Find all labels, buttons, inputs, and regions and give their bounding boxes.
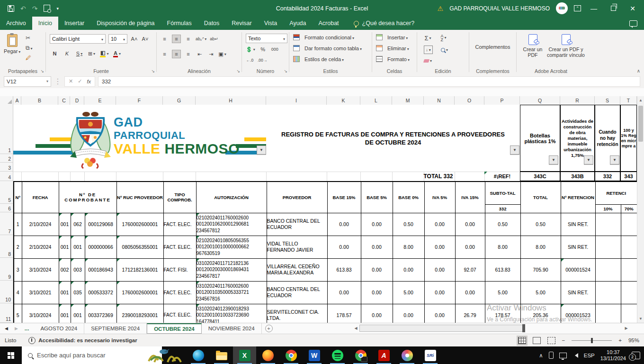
column-header-F[interactable]: F xyxy=(116,96,163,105)
insert-function-icon[interactable]: fx xyxy=(87,79,91,84)
font-dialog-launcher[interactable]: ↘ xyxy=(151,69,155,73)
align-bottom-icon[interactable]: ≡ xyxy=(184,35,192,43)
total-cell[interactable]: TOTAL 332 xyxy=(392,172,484,181)
cell-prov[interactable]: VILLARREAL CEDEÑO MARIA ALEXANDRA xyxy=(267,258,327,281)
row-header-11[interactable]: 11 xyxy=(0,303,13,323)
cell-tipo[interactable]: FACT. FISI. xyxy=(163,258,196,281)
taskbar-spotify[interactable] xyxy=(326,346,349,364)
print-preview-icon[interactable] xyxy=(44,5,50,12)
col-header-retencion[interactable]: Nº RETENCION xyxy=(561,182,595,213)
tell-me-search[interactable]: ¿Qué desea hacer? xyxy=(354,17,415,30)
find-select-icon[interactable] xyxy=(440,46,448,54)
language-indicator[interactable]: ESP xyxy=(584,353,595,358)
logo-cell[interactable]: GAD PARROQUIAL VALLE HERMOSO ▼ xyxy=(13,105,266,172)
page-break-view-icon[interactable] xyxy=(547,337,555,344)
cell-total[interactable]: 5.00 xyxy=(520,281,561,304)
row-header-10[interactable]: 10 xyxy=(0,281,13,303)
addins-button[interactable]: Complementos xyxy=(469,38,516,50)
align-top-icon[interactable]: ≡ xyxy=(161,35,169,43)
cancel-icon[interactable]: ✕ xyxy=(69,78,73,84)
font-color-icon[interactable]: A xyxy=(113,50,121,57)
cell-t[interactable] xyxy=(621,304,637,323)
cell-base0[interactable]: 8.00 xyxy=(393,236,424,258)
cell-subtotal[interactable]: 5.00 xyxy=(485,281,520,304)
cell-n[interactable]: 1 xyxy=(14,213,22,236)
tab-acrobat[interactable]: Acrobat xyxy=(313,17,345,30)
cell-iva5[interactable]: 0.00 xyxy=(424,213,455,236)
cell-iva15[interactable]: 0.00 xyxy=(455,236,485,258)
cell-prov[interactable]: VIDAL TELLO FERNANDO JAVIER xyxy=(267,236,327,258)
header-s-dropdown-icon[interactable]: ▼ xyxy=(610,155,619,164)
cell-d[interactable]: 062 xyxy=(71,213,85,236)
cell-n[interactable]: 2 xyxy=(14,236,22,258)
cell-c[interactable]: 001 xyxy=(59,236,71,258)
cell-t[interactable] xyxy=(621,213,637,236)
orientation-icon[interactable]: ab⤢ xyxy=(196,35,206,43)
fill-color-icon[interactable]: ◧ xyxy=(100,50,108,57)
clear-icon[interactable] xyxy=(424,57,432,64)
cell-prov[interactable]: BANCO CENTRAL DEL ECUADOR xyxy=(267,213,327,236)
cell-s[interactable] xyxy=(595,281,621,304)
col-header-tipo[interactable]: TIPO COMPROB. xyxy=(163,182,196,213)
tab-inicio[interactable]: Inicio xyxy=(32,17,58,30)
subheader-332[interactable]: 332 xyxy=(485,204,520,213)
cell-iva5[interactable]: 0.00 xyxy=(424,281,455,304)
logo-cell-dropdown-icon[interactable]: ▼ xyxy=(257,146,266,155)
row-header-3[interactable]: 3 xyxy=(0,163,13,172)
code-s-cell[interactable]: 332 xyxy=(595,172,620,181)
cell-iva5[interactable]: 0.00 xyxy=(424,258,455,281)
col-header-total[interactable]: TOTAL xyxy=(520,182,561,213)
taskbar-explorer[interactable] xyxy=(210,346,233,364)
align-center-icon[interactable]: ≡ xyxy=(172,50,181,58)
taskbar-paint[interactable] xyxy=(395,346,419,364)
title-cell[interactable]: REGISTRO DE FACTURAS DE COMPRA Y RETENCI… xyxy=(266,105,520,172)
ribbon-display-options-icon[interactable]: ⌃ xyxy=(574,5,581,11)
tab-insertar[interactable]: Insertar xyxy=(58,17,90,30)
start-button[interactable] xyxy=(0,346,22,364)
delete-button[interactable]: Eliminar xyxy=(387,46,409,51)
account-avatar[interactable] xyxy=(556,2,568,14)
font-size-select[interactable]: 10 xyxy=(108,34,127,44)
horizontal-scrollbar[interactable]: ◀ ▶ xyxy=(353,323,637,333)
cell-c[interactable]: 001 xyxy=(59,304,71,323)
increase-decimal-icon[interactable]: ←.0 xyxy=(246,56,254,64)
col-header-base0[interactable]: BASE 0% xyxy=(393,182,424,213)
column-header-M[interactable]: M xyxy=(392,96,424,105)
cell-s[interactable] xyxy=(595,213,621,236)
column-header-I[interactable]: I xyxy=(266,96,327,105)
close-button[interactable]: ✕ xyxy=(626,5,639,12)
header-t-cell[interactable]: 100 y 1% Reg en micr mpre a xyxy=(620,105,637,172)
taskbar-word[interactable] xyxy=(303,346,326,364)
sheet-tab-septiembre[interactable]: SEPTIEMBRE 2024 xyxy=(84,323,147,334)
cell-total[interactable]: 205.36 xyxy=(520,304,561,323)
cell-fecha[interactable]: 3/10/2024 xyxy=(22,304,59,323)
network-icon[interactable] xyxy=(559,353,567,358)
wrap-text-icon[interactable]: ab↵ xyxy=(210,35,218,43)
cell-base0[interactable]: 0.50 xyxy=(393,213,424,236)
cell-prov[interactable]: SERVITELCONET CIA. LTDA. xyxy=(267,304,327,323)
tab-ayuda[interactable]: Ayuda xyxy=(283,17,312,30)
cell-iva5[interactable]: 0.00 xyxy=(424,304,455,323)
cell-d[interactable]: 003 xyxy=(71,258,85,281)
column-header-T[interactable]: T xyxy=(620,96,637,105)
cell-ret[interactable]: SIN RET. xyxy=(561,213,595,236)
cell-fecha[interactable]: 3/10/2024 xyxy=(22,258,59,281)
cell-fecha[interactable]: 3/10/2021 xyxy=(22,281,59,304)
cell-s[interactable] xyxy=(595,236,621,258)
formula-input[interactable]: 332 xyxy=(98,76,640,87)
cell-ruc[interactable]: 2390018293001 xyxy=(116,304,163,323)
cell-ret[interactable]: 000001523 xyxy=(561,304,595,323)
cell-aut[interactable]: 03102024011712182136 0012002003000186943… xyxy=(196,258,267,281)
cell-base5[interactable]: 0.00 xyxy=(361,258,393,281)
minimize-button[interactable]: — xyxy=(587,5,600,12)
column-header-D[interactable]: D xyxy=(70,96,84,105)
column-header-H[interactable]: H xyxy=(196,96,266,105)
number-dialog-launcher[interactable]: ↘ xyxy=(284,69,287,73)
col-header-fecha[interactable]: FECHA xyxy=(22,182,59,213)
row-header-8[interactable]: 8 xyxy=(0,235,13,258)
row-header-5[interactable]: 5 xyxy=(0,181,13,204)
bold-button[interactable]: N xyxy=(51,50,59,57)
col-header-ruc[interactable]: Nº RUC PROVEEDOR xyxy=(116,182,163,213)
cell-subtotal[interactable]: 8.00 xyxy=(485,236,520,258)
your-phone-icon[interactable] xyxy=(549,352,554,359)
